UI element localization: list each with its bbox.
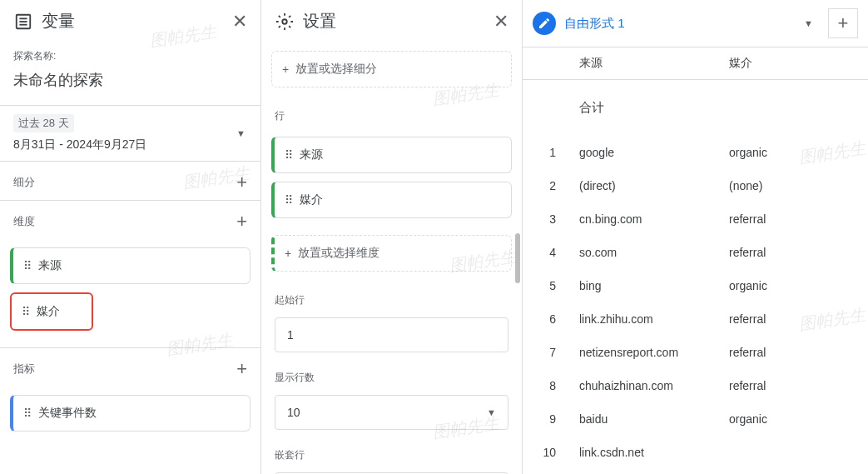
table-row[interactable]: 5bingorganic [523, 269, 868, 302]
chevron-down-icon: ▼ [487, 407, 496, 417]
chip-label: 来源 [38, 258, 62, 273]
col-source-header[interactable]: 来源 [573, 56, 722, 71]
segment-drop-zone[interactable]: + 放置或选择细分 [271, 51, 512, 87]
row-source: netizensreport.com [573, 346, 722, 359]
add-segment-button[interactable]: + [236, 173, 247, 192]
row-medium: referral [722, 379, 868, 392]
show-rows-label: 显示行数 [261, 357, 522, 390]
settings-title: 设置 [303, 10, 485, 32]
table-row[interactable]: 2(direct)(none) [523, 169, 868, 202]
gear-icon [275, 12, 295, 32]
report-tabs: 自由形式 1 ▼ + [523, 0, 868, 47]
chevron-down-icon[interactable]: ▼ [804, 18, 813, 28]
drop-label: 放置或选择细分 [295, 62, 377, 77]
settings-panel: 设置 ✕ + 放置或选择细分 行 ⠿ 来源 ⠿ 媒介 + 放置或选择维度 起始行… [261, 0, 523, 474]
row-index: 4 [523, 246, 573, 259]
date-preset-label: 过去 28 天 [13, 114, 74, 132]
row-source: so.com [573, 246, 722, 259]
row-source: bing [573, 279, 722, 292]
table-row[interactable]: 8chuhaizhinan.comreferral [523, 369, 868, 402]
table-row[interactable]: 9baiduorganic [523, 402, 868, 436]
drag-icon: ⠿ [23, 259, 30, 272]
drop-label: 放置或选择维度 [298, 246, 379, 261]
table-row[interactable]: 10link.csdn.net [523, 436, 868, 469]
close-icon[interactable]: ✕ [232, 11, 247, 32]
add-metric-button[interactable]: + [236, 360, 247, 378]
row-source: google [573, 146, 722, 159]
start-row-input[interactable]: 1 [275, 317, 508, 352]
row-medium: (none) [722, 179, 868, 192]
table-header-row: 来源 媒介 [523, 47, 868, 80]
svg-point-4 [282, 19, 287, 24]
row-index: 6 [523, 312, 573, 326]
table-row[interactable]: 6link.zhihu.comreferral [523, 302, 868, 336]
tab-title[interactable]: 自由形式 1 [564, 16, 796, 32]
row-medium [722, 446, 868, 459]
row-index: 5 [523, 279, 573, 292]
row-index: 7 [523, 346, 573, 359]
report-panel: 自由形式 1 ▼ + 来源 媒介 合计 1googleorganic2(dire… [523, 0, 868, 474]
row-chip-source[interactable]: ⠿ 来源 [271, 137, 512, 173]
chip-label: 媒介 [300, 192, 323, 207]
metric-chip-events[interactable]: ⠿ 关键事件数 [10, 395, 250, 432]
dimensions-label: 维度 [13, 214, 35, 229]
row-source: link.zhihu.com [573, 312, 722, 326]
scrollbar-thumb[interactable] [515, 233, 520, 283]
dimension-chips: ⠿ 来源 ⠿ 媒介 [0, 239, 260, 347]
row-medium: referral [722, 212, 868, 226]
dimensions-header: 维度 + [0, 201, 260, 239]
metrics-label: 指标 [13, 362, 35, 377]
vars-header: 变量 ✕ [0, 0, 260, 42]
chevron-down-icon: ▼ [236, 128, 246, 138]
chip-label: 媒介 [37, 304, 60, 319]
drag-icon: ⠿ [285, 148, 291, 162]
row-medium: organic [722, 146, 868, 159]
report-table: 来源 媒介 合计 1googleorganic2(direct)(none)3c… [523, 47, 868, 469]
row-source: cn.bing.com [573, 212, 722, 226]
explore-name-section: 探索名称: 未命名的探索 [0, 42, 260, 105]
dimension-chip-source[interactable]: ⠿ 来源 [10, 247, 250, 284]
table-row[interactable]: 7netizensreport.comreferral [523, 336, 868, 369]
close-icon[interactable]: ✕ [494, 11, 508, 32]
rows-label: 行 [261, 96, 522, 128]
plus-icon: + [282, 62, 289, 76]
metric-chips: ⠿ 关键事件数 [0, 387, 260, 448]
table-row[interactable]: 1googleorganic [523, 136, 868, 169]
add-dimension-button[interactable]: + [236, 212, 247, 231]
row-index: 3 [523, 212, 573, 226]
nested-rows-label: 嵌套行 [261, 435, 522, 467]
edit-icon[interactable] [533, 12, 556, 35]
row-medium: organic [722, 412, 868, 426]
table-row[interactable]: 3cn.bing.comreferral [523, 202, 868, 236]
row-index: 8 [523, 379, 573, 392]
segments-label: 细分 [13, 175, 35, 190]
start-row-label: 起始行 [261, 280, 522, 312]
data-rows-container: 1googleorganic2(direct)(none)3cn.bing.co… [523, 136, 868, 469]
settings-header: 设置 ✕ [261, 0, 522, 42]
chip-label: 来源 [300, 147, 323, 162]
row-source: chuhaizhinan.com [573, 379, 722, 392]
date-range-picker[interactable]: 过去 28 天 8月31日 - 2024年9月27日 ▼ [0, 105, 260, 162]
row-chips: ⠿ 来源 ⠿ 媒介 [261, 128, 522, 227]
row-medium: referral [722, 246, 868, 259]
col-medium-header[interactable]: 媒介 [722, 56, 868, 71]
date-range-text: 8月31日 - 2024年9月27日 [13, 137, 247, 152]
row-chip-medium[interactable]: ⠿ 媒介 [271, 182, 512, 218]
total-label: 合计 [573, 100, 722, 116]
col-index-header [523, 56, 573, 71]
explore-name-value[interactable]: 未命名的探索 [13, 67, 247, 105]
drag-icon: ⠿ [22, 305, 28, 318]
totals-row: 合计 [523, 80, 868, 136]
dimension-drop-zone[interactable]: + 放置或选择维度 [271, 235, 512, 272]
show-rows-select[interactable]: 10 ▼ [275, 395, 508, 430]
row-index: 9 [523, 412, 573, 426]
dimension-chip-medium[interactable]: ⠿ 媒介 [10, 292, 93, 331]
plus-icon: + [285, 247, 291, 260]
drag-icon: ⠿ [23, 407, 30, 420]
variables-panel: 变量 ✕ 探索名称: 未命名的探索 过去 28 天 8月31日 - 2024年9… [0, 0, 261, 474]
add-tab-button[interactable]: + [828, 8, 858, 38]
show-rows-value: 10 [287, 406, 300, 419]
table-row[interactable]: 4so.comreferral [523, 236, 868, 269]
row-index: 10 [523, 446, 573, 459]
row-medium: referral [722, 346, 868, 359]
